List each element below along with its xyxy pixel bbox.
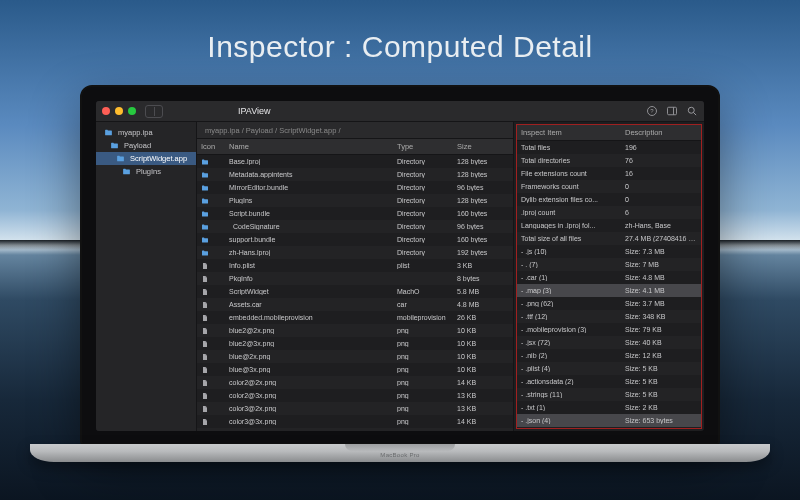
inspector-row[interactable]: - .html (1)Size: 521 bytes [517,427,701,428]
row-name: Base.lproj [225,158,393,165]
inspector-row[interactable]: Total directories76 [517,154,701,167]
table-row[interactable]: blue@3x.pngpng10 KB [197,363,513,376]
sidebar-item[interactable]: Payload [96,139,196,152]
inspector-key: - .actionsdata (2) [517,378,621,385]
zoom-button[interactable] [128,107,136,115]
main-panel: myapp.ipa / Payload / ScriptWidget.app /… [197,122,513,431]
table-row[interactable]: color2@3x.pngpng13 KB [197,389,513,402]
inspector-row[interactable]: Frameworks count0 [517,180,701,193]
row-icon [197,392,225,400]
inspector-value: Size: 4.1 MB [621,287,701,294]
row-icon [197,431,225,432]
inspector-col-item[interactable]: Inspect Item [517,128,621,137]
row-name: Script.bundle [225,210,393,217]
inspector-row[interactable]: - .mobileprovision (3)Size: 79 KB [517,323,701,336]
table-row[interactable]: ScriptWidgetMachO5.8 MB [197,285,513,298]
minimize-button[interactable] [115,107,123,115]
row-size: 14 KB [453,379,513,386]
row-name: PkgInfo [225,275,393,282]
inspector-row[interactable]: - .map (3)Size: 4.1 MB [517,284,701,297]
column-icon[interactable]: Icon [197,142,225,151]
inspector-row[interactable]: - .nib (2)Size: 12 KB [517,349,701,362]
inspector-key: Languages in .lproj fol... [517,222,621,229]
row-type: png [393,392,453,399]
inspector-row[interactable]: Languages in .lproj fol...zh-Hans, Base [517,219,701,232]
sidebar-item[interactable]: myapp.ipa [96,126,196,139]
row-size: 128 bytes [453,171,513,178]
inspector-row[interactable]: Dylib extension files co...0 [517,193,701,206]
inspector-row[interactable]: File extensions count16 [517,167,701,180]
table-row[interactable]: PkgInfo8 bytes [197,272,513,285]
inspector-key: - .txt (1) [517,404,621,411]
row-type: Directory [393,171,453,178]
table-row[interactable]: Base.lprojDirectory128 bytes [197,155,513,168]
table-row[interactable]: Metadata.appintentsDirectory128 bytes [197,168,513,181]
inspector-row[interactable]: - .json (4)Size: 653 bytes [517,414,701,427]
inspector-toggle-icon[interactable] [666,105,678,117]
sidebar-item[interactable]: PlugIns [96,165,196,178]
inspector-key: Dylib extension files co... [517,196,621,203]
inspector-panel: Inspect Item Description Total files196T… [513,122,704,431]
inspector-row[interactable]: - .actionsdata (2)Size: 5 KB [517,375,701,388]
row-type: Directory [393,158,453,165]
table-row[interactable]: blue2@2x.pngpng10 KB [197,324,513,337]
help-icon[interactable]: ? [646,105,658,117]
table-row[interactable]: zh-Hans.lprojDirectory192 bytes [197,246,513,259]
table-row[interactable]: _CodeSignatureDirectory96 bytes [197,220,513,233]
row-icon [197,379,225,387]
row-size: 96 bytes [453,223,513,230]
row-type: plist [393,262,453,269]
inspector-row[interactable]: Total size of all files27.4 MB (27408416… [517,232,701,245]
inspector-row[interactable]: - .car (1)Size: 4.8 MB [517,271,701,284]
row-type: Directory [393,184,453,191]
table-row[interactable]: MirrorEditor.bundleDirectory96 bytes [197,181,513,194]
table-row[interactable]: blue@2x.pngpng10 KB [197,350,513,363]
breadcrumb: myapp.ipa / Payload / ScriptWidget.app / [197,122,513,139]
table-row[interactable]: color2@2x.pngpng14 KB [197,376,513,389]
sidebar-toggle-button[interactable] [145,105,163,118]
row-size: 160 bytes [453,236,513,243]
row-type: Directory [393,236,453,243]
table-row[interactable]: support.bundleDirectory160 bytes [197,233,513,246]
inspector-row[interactable]: - .plist (4)Size: 5 KB [517,362,701,375]
table-row[interactable]: Info.plistplist3 KB [197,259,513,272]
row-name: ScriptWidget [225,288,393,295]
inspector-value: 16 [621,170,701,177]
inspector-row[interactable]: - .txt (1)Size: 2 KB [517,401,701,414]
inspector-col-desc[interactable]: Description [621,128,701,137]
inspector-row[interactable]: - .png (62)Size: 3.7 MB [517,297,701,310]
inspector-row[interactable]: - .strings (11)Size: 5 KB [517,388,701,401]
table-row[interactable]: color4@2x.pngpng13 KB [197,428,513,431]
sidebar-item-label: Payload [124,141,151,150]
row-name: blue2@2x.png [225,327,393,334]
table-row[interactable]: color3@3x.pngpng14 KB [197,415,513,428]
inspector-row[interactable]: Total files196 [517,141,701,154]
inspector-row[interactable]: - .ttf (12)Size: 348 KB [517,310,701,323]
inspector-row[interactable]: - .jsx (72)Size: 40 KB [517,336,701,349]
row-name: Metadata.appintents [225,171,393,178]
search-icon[interactable] [686,105,698,117]
table-row[interactable]: Assets.carcar4.8 MB [197,298,513,311]
inspector-row[interactable]: - . (7)Size: 7 MB [517,258,701,271]
table-body[interactable]: Base.lprojDirectory128 bytesMetadata.app… [197,155,513,431]
column-type[interactable]: Type [393,142,453,151]
table-row[interactable]: blue2@3x.pngpng10 KB [197,337,513,350]
row-type: png [393,327,453,334]
inspector-row[interactable]: - .js (10)Size: 7.3 MB [517,245,701,258]
column-name[interactable]: Name [225,142,393,151]
column-size[interactable]: Size [453,142,513,151]
inspector-key: .lproj count [517,209,621,216]
row-size: 13 KB [453,405,513,412]
sidebar-item[interactable]: ScriptWidget.app [96,152,196,165]
table-row[interactable]: embedded.mobileprovisionmobileprovision2… [197,311,513,324]
table-row[interactable]: PlugInsDirectory128 bytes [197,194,513,207]
inspector-body[interactable]: Total files196Total directories76File ex… [517,141,701,428]
close-button[interactable] [102,107,110,115]
inspector-value: Size: 5 KB [621,378,701,385]
row-name: Assets.car [225,301,393,308]
inspector-row[interactable]: .lproj count6 [517,206,701,219]
table-row[interactable]: Script.bundleDirectory160 bytes [197,207,513,220]
table-row[interactable]: color3@2x.pngpng13 KB [197,402,513,415]
row-icon [197,275,225,283]
row-size: 10 KB [453,340,513,347]
